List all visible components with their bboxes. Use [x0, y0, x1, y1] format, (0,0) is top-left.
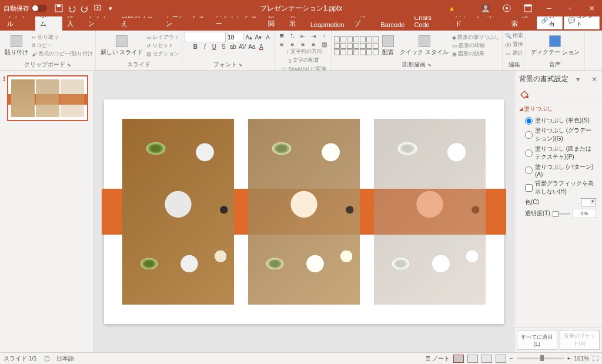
food-image-1[interactable] — [122, 119, 234, 305]
autosave-label: 自動保存 — [4, 4, 29, 13]
zoom-out-icon[interactable]: − — [510, 355, 513, 362]
qat-customize-icon[interactable]: ▾ — [106, 4, 115, 13]
shadow-button[interactable]: ab — [229, 44, 237, 50]
pane-close-icon[interactable]: ✕ — [591, 75, 597, 84]
clear-format-icon[interactable]: A̶ — [263, 34, 272, 41]
align-center-button[interactable]: ≡ — [287, 41, 297, 48]
transparency-spinner[interactable]: 0% — [573, 209, 596, 218]
sorter-view-icon[interactable] — [467, 355, 478, 363]
color-picker[interactable]: ▾ — [581, 198, 596, 206]
zoom-in-icon[interactable]: + — [567, 355, 571, 362]
zoom-level[interactable]: 101% — [574, 355, 589, 362]
decrease-font-icon[interactable]: A▾ — [254, 34, 262, 41]
spacing-button[interactable]: AV — [238, 44, 246, 50]
fill-section-header[interactable]: 塗りつぶし — [514, 102, 602, 115]
language-indicator[interactable]: 日本語 — [56, 355, 74, 363]
dictate-button[interactable]: ディクテー ション — [529, 34, 582, 58]
slide-indicator[interactable]: スライド 1/1 — [4, 355, 37, 363]
paste-button[interactable]: 貼り付け — [2, 34, 31, 58]
align-left-button[interactable]: ≡ — [277, 41, 286, 48]
slideshow-view-icon[interactable] — [496, 355, 506, 363]
tab-leapmotion[interactable]: Leapmotion — [306, 19, 349, 31]
close-icon[interactable]: ✕ — [581, 0, 602, 16]
slide-thumbnail-1[interactable] — [7, 75, 88, 121]
new-slide-button[interactable]: 新しい スライド — [98, 34, 146, 58]
columns-button[interactable]: ▥ — [319, 41, 329, 48]
fill-solid-radio[interactable]: 塗りつぶし (単色)(S) — [525, 116, 597, 125]
text-direction-button[interactable]: ↕ 文字列の方向 — [286, 48, 322, 55]
fill-gradient-radio[interactable]: 塗りつぶし (グラデーション)(G) — [525, 126, 597, 143]
format-painter-button[interactable]: 🖌 書式のコピー/貼り付け — [32, 50, 93, 58]
warning-icon[interactable]: ▲ — [449, 5, 455, 12]
start-from-beginning-icon[interactable] — [93, 4, 102, 13]
quick-styles-icon — [419, 35, 430, 47]
slide-editor[interactable] — [94, 71, 514, 352]
quick-styles-button[interactable]: クイック スタイル — [397, 34, 451, 58]
font-size-combo[interactable] — [227, 32, 243, 42]
slide-thumbnail-pane[interactable]: 1 — [0, 71, 94, 352]
reset-button[interactable]: ↺ リセット — [146, 42, 179, 49]
bold-button[interactable]: B — [191, 44, 199, 50]
drawing-launcher-icon[interactable]: ⬊ — [427, 62, 432, 68]
coming-soon-icon[interactable] — [496, 0, 517, 16]
reset-background-button[interactable]: 背景のリセット(B) — [560, 330, 600, 350]
align-right-button[interactable]: ≡ — [298, 41, 307, 48]
svg-rect-1 — [57, 5, 61, 7]
increase-font-icon[interactable]: A▴ — [245, 34, 253, 41]
font-color-button[interactable]: A — [257, 44, 265, 50]
food-image-2[interactable] — [248, 119, 360, 305]
line-spacing-button[interactable]: ↕ — [319, 33, 329, 39]
ribbon-display-icon[interactable] — [517, 0, 539, 16]
slide-canvas[interactable] — [104, 99, 504, 324]
shape-effects-button[interactable]: ◉ 図形の効果 — [452, 50, 500, 58]
align-text-button[interactable]: ▯ 文字の配置 — [289, 56, 319, 64]
shapes-gallery[interactable] — [334, 36, 379, 55]
copy-button[interactable]: ⧉ コピー — [32, 42, 93, 49]
food-image-3[interactable] — [374, 119, 486, 305]
font-launcher-icon[interactable]: ⬊ — [239, 62, 243, 68]
transparency-slider[interactable] — [553, 213, 570, 215]
underline-button[interactable]: U — [210, 44, 218, 50]
fill-tab-icon[interactable] — [519, 89, 530, 99]
redo-icon[interactable] — [80, 4, 89, 13]
select-button[interactable]: ▭ 選択 — [506, 49, 523, 57]
numbering-button[interactable]: ⒈ — [287, 32, 297, 40]
spellcheck-icon[interactable]: ▢ — [44, 355, 49, 362]
replace-button[interactable]: ab 置換 — [506, 41, 523, 48]
bullets-button[interactable]: ≣ — [277, 33, 286, 39]
normal-view-icon[interactable] — [453, 355, 464, 363]
account-icon[interactable] — [475, 0, 496, 16]
autosave-switch[interactable] — [32, 5, 47, 12]
indent-inc-button[interactable]: ⇥ — [309, 33, 318, 39]
undo-icon[interactable] — [67, 4, 76, 13]
case-button[interactable]: Aa — [248, 44, 256, 50]
autosave-toggle[interactable]: 自動保存 — [0, 4, 51, 13]
save-icon[interactable] — [54, 4, 63, 13]
document-title: プレゼンテーション1.pptx — [260, 4, 343, 14]
zoom-slider[interactable] — [517, 358, 564, 359]
layout-button[interactable]: ▭ レイアウト — [146, 34, 179, 41]
justify-button[interactable]: ≡ — [309, 41, 318, 48]
cut-button[interactable]: ✂ 切り取り — [32, 34, 93, 41]
shape-outline-button[interactable]: ▭ 図形の枠線 — [452, 42, 500, 49]
italic-button[interactable]: I — [200, 44, 209, 50]
strike-button[interactable]: S — [219, 44, 228, 50]
maximize-icon[interactable]: ▫ — [560, 0, 581, 16]
apply-all-button[interactable]: すべてに適用(L) — [517, 330, 557, 350]
minimize-icon[interactable]: ─ — [539, 0, 560, 16]
font-name-combo[interactable] — [185, 32, 226, 42]
indent-dec-button[interactable]: ⇤ — [298, 33, 307, 39]
fit-to-window-icon[interactable]: ⛶ — [593, 355, 598, 362]
section-button[interactable]: ▤ セクション — [146, 50, 179, 58]
notes-button[interactable]: ≣ ノート — [426, 355, 450, 363]
tab-barcode[interactable]: Barcode — [376, 19, 409, 31]
format-background-pane: 背景の書式設定 ▾ ✕ 塗りつぶし 塗りつぶし (単色)(S) 塗りつぶし (グ… — [514, 71, 602, 352]
hide-bg-checkbox[interactable]: 背景グラフィックを表示しない(H) — [525, 179, 597, 196]
clipboard-launcher-icon[interactable]: ⬊ — [67, 62, 71, 68]
fill-picture-radio[interactable]: 塗りつぶし (図またはテクスチャ)(P) — [525, 145, 597, 161]
find-button[interactable]: 🔍 検索 — [505, 32, 523, 39]
fill-pattern-radio[interactable]: 塗りつぶし (パターン)(A) — [525, 163, 597, 178]
reading-view-icon[interactable] — [481, 355, 492, 363]
shape-fill-button[interactable]: ◆ 図形の塗りつぶし — [452, 34, 500, 41]
arrange-button[interactable]: 配置 — [380, 34, 396, 58]
